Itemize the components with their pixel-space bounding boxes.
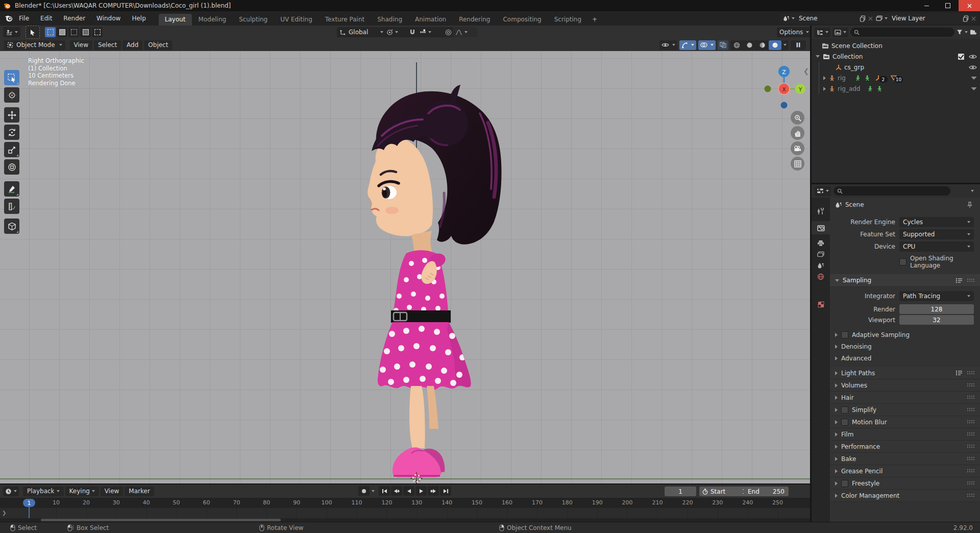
timeline-track[interactable]: ❯ bbox=[0, 508, 810, 518]
outliner-row-cs-grp[interactable]: cs_grp bbox=[819, 62, 980, 72]
editor-divider[interactable] bbox=[810, 26, 812, 522]
tab-animation[interactable]: Animation bbox=[409, 14, 452, 26]
panel-grease-pencil[interactable]: Grease Pencil bbox=[830, 465, 980, 477]
tool-add-cube[interactable] bbox=[4, 219, 19, 234]
timeline-view-menu[interactable]: View bbox=[101, 487, 123, 496]
tool-transform[interactable] bbox=[4, 159, 19, 175]
outliner-row-rig[interactable]: rig 2 10 bbox=[819, 72, 980, 83]
current-frame-field[interactable]: 1 bbox=[665, 487, 696, 496]
select-mode-intersect-button[interactable] bbox=[92, 27, 103, 37]
panel-film[interactable]: Film bbox=[830, 428, 980, 441]
tool-rotate[interactable] bbox=[4, 125, 19, 140]
tool-cursor[interactable] bbox=[4, 87, 19, 103]
drag-handle-icon[interactable] bbox=[967, 457, 975, 461]
samples-viewport-field[interactable]: 32 bbox=[899, 315, 974, 325]
sidebar-collapse-arrow[interactable]: ❮ bbox=[803, 67, 809, 75]
panel-volumes[interactable]: Volumes bbox=[830, 379, 980, 392]
frame-start-field[interactable]: Start 1 bbox=[699, 487, 749, 496]
panel-advanced[interactable]: Advanced bbox=[830, 352, 980, 364]
render-engine-dropdown[interactable]: Cycles bbox=[899, 217, 974, 227]
simplify-checkbox[interactable] bbox=[841, 406, 848, 414]
tab-texture-paint[interactable]: Texture Paint bbox=[319, 14, 371, 26]
previous-keyframe-button[interactable] bbox=[391, 486, 402, 496]
view-menu[interactable]: View bbox=[70, 40, 92, 50]
select-mode-subtract-button[interactable] bbox=[68, 27, 79, 37]
panel-bake[interactable]: Bake bbox=[830, 453, 980, 465]
panel-hair[interactable]: Hair bbox=[830, 392, 980, 404]
tab-world-properties[interactable] bbox=[812, 270, 830, 283]
outliner-filter-button[interactable] bbox=[957, 29, 968, 35]
axis-y-negative-handle[interactable] bbox=[765, 86, 771, 92]
osl-checkbox[interactable] bbox=[899, 258, 906, 265]
tab-render-properties[interactable] bbox=[812, 221, 830, 234]
properties-editor-type-button[interactable] bbox=[815, 186, 831, 196]
xray-toggle[interactable] bbox=[718, 40, 728, 50]
shading-rendered-button[interactable] bbox=[769, 40, 781, 50]
select-mode-invert-button[interactable] bbox=[80, 27, 91, 37]
add-menu[interactable]: Add bbox=[122, 40, 142, 50]
remove-icon[interactable] bbox=[971, 16, 976, 21]
panel-denoising[interactable]: Denoising bbox=[830, 341, 980, 352]
menu-file[interactable]: File bbox=[13, 11, 35, 26]
drag-handle-icon[interactable] bbox=[967, 420, 975, 424]
sampling-panel-header[interactable]: Sampling bbox=[830, 274, 980, 287]
tool-annotate[interactable] bbox=[4, 181, 19, 197]
tab-texture-properties[interactable] bbox=[812, 298, 830, 311]
properties-search-input[interactable] bbox=[834, 186, 950, 196]
zoom-button[interactable] bbox=[791, 111, 804, 125]
freestyle-checkbox[interactable] bbox=[841, 480, 848, 487]
drag-handle-icon[interactable] bbox=[967, 432, 975, 436]
tool-move[interactable] bbox=[4, 107, 19, 123]
tab-layout[interactable]: Layout bbox=[159, 14, 192, 26]
restrict-chevron-icon[interactable] bbox=[971, 77, 977, 80]
panel-motion-blur[interactable]: Motion Blur bbox=[830, 416, 980, 428]
feature-set-dropdown[interactable]: Supported bbox=[899, 229, 974, 239]
editor-divider[interactable] bbox=[812, 183, 980, 184]
menu-render[interactable]: Render bbox=[58, 11, 91, 26]
falloff-dropdown[interactable] bbox=[453, 27, 477, 37]
preset-menu-icon[interactable] bbox=[955, 278, 963, 283]
drag-handle-icon[interactable] bbox=[967, 396, 975, 399]
tool-select-box[interactable] bbox=[4, 70, 19, 85]
new-collection-button[interactable] bbox=[970, 29, 977, 35]
tab-tool-properties[interactable] bbox=[812, 205, 830, 218]
eye-icon[interactable] bbox=[969, 65, 977, 70]
samples-render-field[interactable]: 128 bbox=[899, 304, 974, 314]
auto-keying-button[interactable] bbox=[358, 486, 370, 496]
menu-window[interactable]: Window bbox=[91, 11, 126, 26]
drag-handle-icon[interactable] bbox=[967, 279, 975, 282]
breadcrumb-scene[interactable]: Scene bbox=[845, 201, 864, 208]
copy-icon[interactable] bbox=[963, 15, 969, 22]
scene-selector[interactable]: Scene bbox=[780, 13, 875, 23]
pan-button[interactable] bbox=[791, 126, 804, 140]
close-button[interactable] bbox=[959, 0, 980, 11]
collection-checkbox[interactable] bbox=[958, 53, 965, 60]
drag-handle-icon[interactable] bbox=[967, 383, 975, 387]
editor-type-button[interactable] bbox=[3, 27, 20, 37]
visibility-dropdown[interactable] bbox=[659, 40, 677, 50]
drag-handle-icon[interactable] bbox=[967, 408, 975, 411]
panel-performance[interactable]: Performance bbox=[830, 441, 980, 453]
pivot-point-dropdown[interactable] bbox=[384, 27, 406, 37]
select-menu[interactable]: Select bbox=[94, 40, 121, 50]
panel-simplify[interactable]: Simplify bbox=[830, 404, 980, 416]
timeline-scrollbar[interactable] bbox=[41, 519, 281, 521]
outliner-row-scene-collection[interactable]: Scene Collection bbox=[812, 40, 980, 51]
maximize-button[interactable] bbox=[937, 0, 959, 11]
next-keyframe-button[interactable] bbox=[428, 486, 439, 496]
overlays-toggle[interactable] bbox=[698, 40, 716, 50]
outliner-row-collection[interactable]: Collection bbox=[812, 51, 980, 62]
menu-edit[interactable]: Edit bbox=[35, 11, 58, 26]
jump-to-end-button[interactable] bbox=[440, 486, 451, 496]
timeline-ruler[interactable]: 1 10203040506070809010011012013014015016… bbox=[0, 498, 810, 508]
timeline-editor-type-button[interactable] bbox=[3, 487, 19, 496]
viewport-canvas[interactable]: Right Orthographic (1) Collection 10 Cen… bbox=[0, 51, 810, 483]
outliner-editor-type-button[interactable] bbox=[815, 28, 830, 37]
channel-expand-icon[interactable]: ❯ bbox=[2, 510, 6, 516]
expand-triangle-icon[interactable] bbox=[823, 76, 826, 80]
select-mode-extend-button[interactable] bbox=[57, 27, 67, 37]
adaptive-sampling-checkbox[interactable] bbox=[841, 331, 848, 338]
drag-handle-icon[interactable] bbox=[967, 469, 975, 473]
play-reverse-button[interactable] bbox=[403, 486, 414, 496]
shading-solid-button[interactable] bbox=[743, 40, 756, 50]
